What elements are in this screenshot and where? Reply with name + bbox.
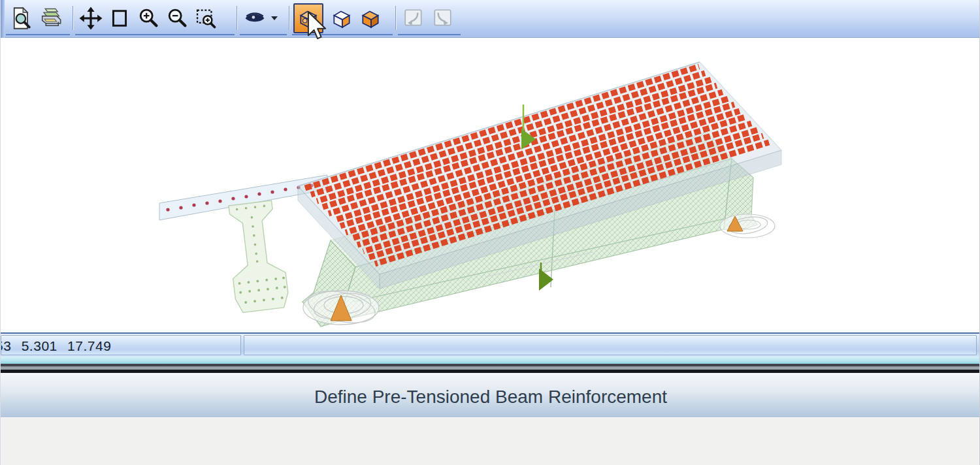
beam-3d-scene [1, 38, 980, 332]
zoom-window-icon [108, 7, 131, 30]
next-view-button[interactable] [428, 4, 457, 33]
panel-title: Define Pre-Tensioned Beam Reinforcement [314, 383, 667, 408]
divider-band [1, 364, 980, 373]
view-3d-shaded-cube-icon [359, 7, 382, 29]
panel-form: Section at [1, 417, 980, 465]
status-coordinates-cell: 53 5.301 17.749 [1, 335, 241, 355]
zoom-window-button[interactable] [105, 4, 134, 33]
print-button[interactable] [36, 4, 65, 33]
toolbar [1, 0, 980, 38]
girder-section [224, 200, 290, 313]
toolbar-separator [237, 6, 237, 30]
zoom-out-button[interactable] [163, 4, 191, 33]
toolbar-group-view-history [398, 3, 461, 35]
zoom-out-icon [165, 7, 189, 30]
print-preview-button[interactable] [7, 4, 36, 33]
view-options-button[interactable] [241, 4, 269, 33]
toolbar-group-zoom [75, 3, 235, 35]
view-3d-wireframe-button[interactable] [327, 4, 356, 33]
view-options-dropdown[interactable] [269, 4, 280, 33]
zoom-extents-button[interactable] [191, 4, 220, 33]
print-icon [38, 7, 63, 30]
view-3d-solid-button[interactable] [293, 3, 323, 33]
view-3d-shaded-button[interactable] [356, 4, 385, 33]
toolbar-group-display [240, 3, 287, 35]
divider-strip [1, 357, 980, 364]
previous-view-button[interactable] [399, 4, 428, 33]
panel-header: Define Pre-Tensioned Beam Reinforcement [1, 373, 980, 417]
pan-icon [79, 7, 103, 30]
previous-view-icon [402, 8, 425, 29]
model-viewport[interactable] [1, 38, 980, 332]
view-eye-icon [242, 7, 267, 29]
pan-button[interactable] [76, 4, 105, 33]
toolbar-separator [395, 6, 396, 30]
zoom-in-icon [137, 7, 160, 30]
view-3d-solid-cube-icon [297, 7, 319, 29]
toolbar-group-print [6, 3, 70, 35]
status-message-cell [244, 335, 977, 355]
view-3d-light-cube-icon [331, 7, 353, 29]
toolbar-separator [289, 6, 289, 30]
zoom-in-button[interactable] [134, 4, 163, 33]
coordinates-readout: 53 5.301 17.749 [1, 338, 111, 354]
dropdown-caret-icon [270, 16, 278, 21]
toolbar-separator [73, 6, 73, 30]
toolbar-group-3d-views [292, 3, 393, 35]
zoom-extents-icon [194, 7, 218, 30]
next-view-icon [431, 8, 453, 29]
application-window: 53 5.301 17.749 Define Pre-Tensioned Bea… [0, 0, 980, 465]
status-bar: 53 5.301 17.749 [1, 332, 980, 357]
right-support [720, 214, 775, 238]
print-preview-icon [10, 7, 33, 30]
